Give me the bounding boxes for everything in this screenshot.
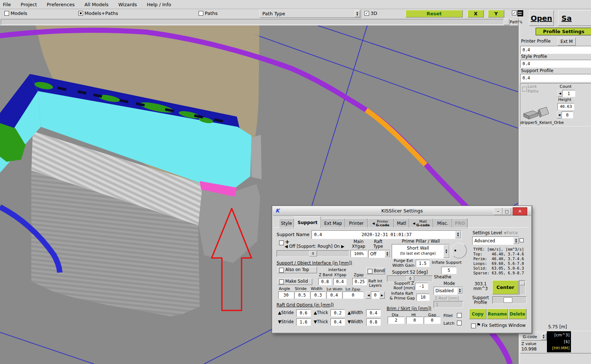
dia-field[interactable]: 2 [388,317,404,324]
view-mode-models[interactable]: Models [4,11,27,16]
down-thick-field[interactable]: 0.4 [330,318,345,326]
up-thick-field[interactable]: 0.2 [330,309,345,317]
printer-profile-select[interactable]: 0.4 [520,46,591,54]
support-density-slider-handle[interactable]: 0 [309,251,317,257]
z-spinner-field[interactable]: 0 [561,111,573,118]
copy-button[interactable]: Copy [469,309,486,319]
settings-level-dropdown[interactable]: Advanced ▲▼ [472,236,519,245]
raft-int-field[interactable]: 0 [371,291,380,299]
path-type-dropdown[interactable]: Path Type ▲▼ [259,9,361,18]
save-button[interactable]: Sa [558,10,591,26]
raft-type-spinner[interactable]: ▲▼ [385,251,390,257]
tab-ext-map[interactable]: Ext Map [321,218,345,228]
tab-pro[interactable]: PRO [452,218,467,228]
make-solid-checkbox[interactable] [279,279,284,284]
reset-button[interactable]: Reset [406,10,463,17]
gcode-dropdown[interactable]: G-code ▲▼ [521,333,547,341]
open-button[interactable]: Open [529,10,554,26]
tab-matl[interactable]: Matl [394,218,409,228]
delete-button[interactable]: Delete [508,309,527,319]
kisslicer-settings-dialog[interactable]: K KISSlicer Settings – □ ✕ Style Support… [272,206,532,333]
prime-dial-knob[interactable] [451,243,467,258]
mode-spinner[interactable]: ▲▼ [457,287,462,294]
main-xygap-field[interactable]: 100% [351,250,367,257]
support-density-slider[interactable]: 0 [277,250,349,257]
gcode-spinner[interactable]: ▲▼ [541,333,546,340]
style-profile-select[interactable]: 0.4 [520,60,591,68]
angle-field[interactable]: 30 [278,291,294,299]
prime-pillar-dropdown[interactable]: Short Wall (to last ext change) ▲▼ [392,244,450,259]
three-d-toggle[interactable]: ✓ 3D [364,11,377,16]
lock-paths-checkbox[interactable] [522,87,527,91]
view-mode-models-paths[interactable]: Models+Paths [78,11,118,16]
maximize-button[interactable]: □ [502,208,511,215]
mode-dropdown[interactable]: Disabled ▲▼ [434,287,463,295]
raft-int-spinner-right[interactable]: ▶ [379,291,385,299]
support-name-combo[interactable]: 0.4 2020-12-31 01:01:37 ▲▼ [312,230,462,239]
menu-file[interactable]: File [3,2,11,7]
fix-settings-checkbox[interactable] [471,324,476,328]
z-band-field[interactable]: 0.8 [318,278,332,285]
models-radio[interactable] [4,11,9,16]
paths-radio[interactable] [199,11,203,16]
tab-style[interactable]: Style [279,218,294,228]
raft-int-spinner-left[interactable]: ◀ [366,291,371,299]
menu-help-info[interactable]: Help / Info [147,2,171,7]
close-button[interactable]: ✕ [513,207,527,215]
support-z-roof-field[interactable]: -1 [415,283,428,290]
raft-type-dropdown[interactable]: Off ▲▼ [368,250,390,258]
x-axis-button[interactable]: X [467,10,484,17]
fillet-checkbox[interactable] [457,313,462,318]
center-vertical-track[interactable] [519,280,525,295]
minimize-button[interactable]: – [494,208,502,215]
force-checkbox[interactable] [520,238,524,242]
width-field[interactable]: 0.3 [310,291,326,299]
menu-wizards[interactable]: Wizards [118,2,137,7]
up-width-field[interactable]: 0.4 [366,309,381,317]
bond-checkbox[interactable] [368,269,372,274]
prime-pillar-spinner[interactable]: ▲▼ [443,245,449,258]
menu-project[interactable]: Project [21,2,37,7]
models-paths-radio[interactable] [78,11,83,16]
count-field[interactable]: 1 [562,90,575,97]
down-width-field[interactable]: 0.8 [366,318,381,326]
inflate-support-field[interactable]: 5 [441,267,457,274]
ext-map-button[interactable]: Ext M [557,38,576,46]
tab-printer-gcode[interactable]: ◀ Printer G-code [368,218,394,228]
rename-button[interactable]: Rename [487,309,508,319]
path-percent-slider-handle[interactable] [504,19,509,25]
make-solid-toggle[interactable]: Make Solid [278,278,312,285]
model-thumbnail[interactable] [522,103,551,121]
center-vertical-handle[interactable] [520,282,525,285]
menu-preferences[interactable]: Preferences [47,2,74,7]
path-type-spinner[interactable]: ▲▼ [355,10,360,17]
tab-matl-gcode[interactable]: ◀ Matl G-code [409,218,433,228]
layers-icon[interactable] [517,10,523,16]
menu-all-models[interactable]: All Models [85,2,109,7]
gap-field[interactable]: 0 [424,317,441,324]
count-spinner-left[interactable]: ◀ [557,90,563,97]
up-stride-field[interactable]: 0.6 [296,309,311,317]
also-on-top-toggle[interactable]: Also on Top [278,267,317,273]
xygap-field[interactable]: 0.4 [333,278,347,285]
stride-field[interactable]: 0.5 [294,291,310,299]
tab-misc[interactable]: Misc. [433,218,452,228]
latch-checkbox[interactable] [457,321,462,325]
dialog-title-bar[interactable]: K KISSlicer Settings – □ ✕ [273,207,531,216]
three-d-checkbox[interactable]: ✓ [364,11,369,16]
inflate-raft-field[interactable]: 10 [416,294,430,301]
center-button[interactable]: Center [492,280,518,294]
also-on-top-checkbox[interactable] [279,268,284,273]
zgap-field[interactable]: 0.25 [352,278,367,285]
support-profile-slider-handle[interactable] [504,297,512,303]
support-name-spinner[interactable]: ▲▼ [455,231,461,238]
bond-toggle[interactable]: Bond [366,268,385,274]
first-zgap-field[interactable]: 0 [343,291,364,299]
z-spinner-left[interactable]: ◀ [557,111,562,118]
display-toggle-checkbox[interactable]: ✓ [512,11,517,15]
ht-field[interactable]: 0 [406,317,423,324]
view-mode-paths[interactable]: Paths [199,11,218,16]
y-axis-button[interactable]: Y [488,10,504,17]
height-field[interactable]: 40.63 [557,103,574,110]
path-percent-slider[interactable] [1,19,509,25]
